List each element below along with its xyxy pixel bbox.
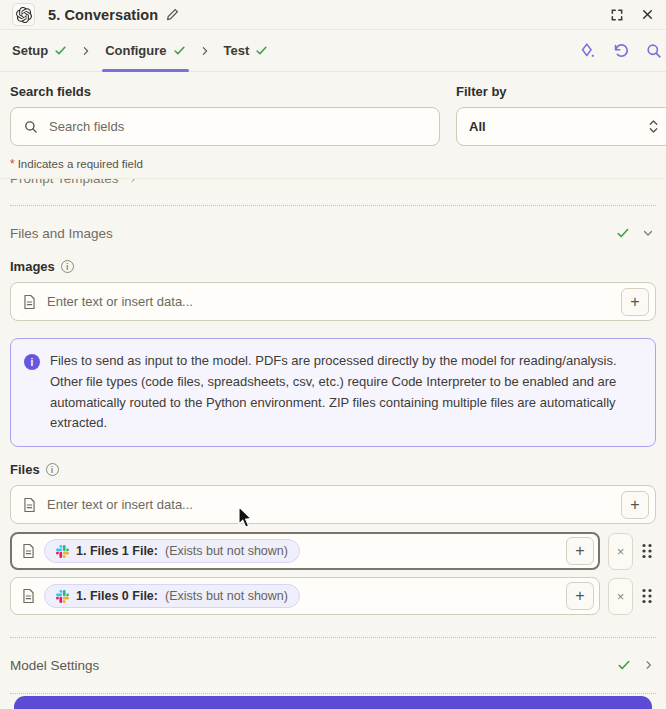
- check-icon: [617, 658, 631, 672]
- model-settings-label: Model Settings: [10, 658, 99, 673]
- file-row: 1. Files 0 File: (Exists but not shown) …: [10, 577, 656, 615]
- check-icon: [255, 44, 268, 57]
- chevron-right-icon: [200, 45, 210, 57]
- chip-field-name: 1. Files 1 File:: [76, 544, 158, 558]
- chip-field-name: 1. Files 0 File:: [76, 589, 158, 603]
- edit-title-button[interactable]: [166, 8, 179, 21]
- step-header: 5. Conversation: [0, 0, 666, 30]
- file-value-field[interactable]: 1. Files 0 File: (Exists but not shown) …: [10, 577, 600, 615]
- files-and-images-label: Files and Images: [10, 226, 113, 241]
- configure-form: Prompt Templates Files and Images Images…: [0, 179, 666, 709]
- prompt-templates-label: Prompt Templates: [10, 179, 119, 186]
- document-icon: [22, 588, 35, 604]
- info-icon[interactable]: i: [46, 463, 59, 476]
- filter-by-label: Filter by: [456, 84, 666, 99]
- file-row: 1. Files 1 File: (Exists but not shown) …: [10, 532, 656, 570]
- search-fields-label: Search fields: [10, 84, 440, 99]
- remove-file-button[interactable]: ×: [608, 578, 633, 615]
- files-input-field[interactable]: Enter text or insert data... +: [10, 485, 656, 524]
- info-filled-icon: i: [24, 354, 40, 370]
- files-help-callout: i Files to send as input to the model. P…: [10, 338, 656, 447]
- file-insert-data-button[interactable]: +: [566, 537, 594, 565]
- edit-pencil-icon: [166, 8, 179, 21]
- slack-icon: [56, 590, 69, 603]
- mapped-data-chip[interactable]: 1. Files 0 File: (Exists but not shown): [44, 584, 300, 608]
- tab-setup[interactable]: Setup: [12, 30, 67, 71]
- tab-test[interactable]: Test: [224, 30, 269, 71]
- refresh-button[interactable]: [612, 42, 629, 59]
- section-divider: [10, 205, 656, 206]
- stepper-chevrons-icon: [648, 119, 659, 134]
- undo-refresh-icon: [612, 42, 629, 59]
- files-and-images-section-header[interactable]: Files and Images: [10, 222, 656, 244]
- images-insert-data-button[interactable]: +: [621, 288, 649, 316]
- remove-file-button[interactable]: ×: [608, 533, 633, 570]
- search-icon: [23, 119, 38, 134]
- search-fields-box: [10, 107, 440, 146]
- document-icon: [23, 294, 36, 310]
- section-divider: [10, 637, 656, 638]
- document-icon: [23, 497, 36, 513]
- ai-format-button[interactable]: [579, 42, 596, 59]
- search-icon: [645, 42, 662, 59]
- info-icon[interactable]: i: [61, 260, 74, 273]
- check-icon: [54, 44, 67, 57]
- search-button[interactable]: [645, 42, 662, 59]
- search-fields-input[interactable]: [49, 119, 427, 134]
- images-input-field[interactable]: Enter text or insert data... +: [10, 282, 656, 321]
- drag-handle[interactable]: [641, 588, 656, 604]
- document-icon: [22, 543, 35, 559]
- section-divider: [10, 693, 656, 694]
- chevron-right-icon: [129, 179, 138, 184]
- tab-test-label: Test: [224, 43, 250, 58]
- chip-field-value: (Exists but not shown): [165, 544, 288, 558]
- model-settings-section-header[interactable]: Model Settings: [10, 654, 656, 676]
- check-icon: [616, 226, 630, 240]
- files-field-label: Files: [10, 462, 40, 477]
- filter-by-select[interactable]: All: [456, 107, 666, 146]
- field-filter-bar: Search fields Filter by All *Indicates a…: [0, 72, 666, 179]
- file-value-field[interactable]: 1. Files 1 File: (Exists but not shown) …: [10, 532, 600, 570]
- file-insert-data-button[interactable]: +: [566, 582, 594, 610]
- files-placeholder: Enter text or insert data...: [47, 497, 610, 512]
- check-icon: [173, 44, 186, 57]
- required-asterisk: *: [10, 157, 15, 171]
- slack-icon: [56, 545, 69, 558]
- continue-button[interactable]: [14, 696, 652, 709]
- chip-field-value: (Exists but not shown): [165, 589, 288, 603]
- filter-by-value: All: [469, 119, 486, 134]
- drag-dots-icon: [641, 588, 653, 604]
- drag-dots-icon: [641, 543, 653, 559]
- drag-handle[interactable]: [641, 543, 656, 559]
- mapped-data-chip[interactable]: 1. Files 1 File: (Exists but not shown): [44, 539, 300, 563]
- expand-panel-button[interactable]: [610, 8, 624, 22]
- tab-setup-label: Setup: [12, 43, 48, 58]
- chevron-down-icon[interactable]: [642, 227, 654, 239]
- prompt-templates-section-clipped[interactable]: Prompt Templates: [10, 179, 656, 189]
- files-help-text: Files to send as input to the model. PDF…: [50, 351, 640, 434]
- expand-icon: [610, 8, 624, 22]
- close-panel-button[interactable]: [641, 8, 654, 21]
- tab-configure[interactable]: Configure: [105, 30, 185, 71]
- chevron-right-icon[interactable]: [643, 659, 654, 671]
- images-placeholder: Enter text or insert data...: [47, 294, 610, 309]
- sparkle-diamond-icon: [579, 42, 596, 59]
- openai-logo-icon: [16, 7, 32, 23]
- files-insert-data-button[interactable]: +: [621, 491, 649, 519]
- images-field-label: Images: [10, 259, 55, 274]
- openai-app-logo: [12, 3, 35, 26]
- required-field-note: *Indicates a required field: [10, 157, 666, 171]
- step-title: 5. Conversation: [48, 7, 158, 23]
- close-icon: [641, 8, 654, 21]
- tab-configure-label: Configure: [105, 43, 166, 58]
- step-tabbar: Setup Configure Test: [0, 30, 666, 72]
- chevron-right-icon: [81, 45, 91, 57]
